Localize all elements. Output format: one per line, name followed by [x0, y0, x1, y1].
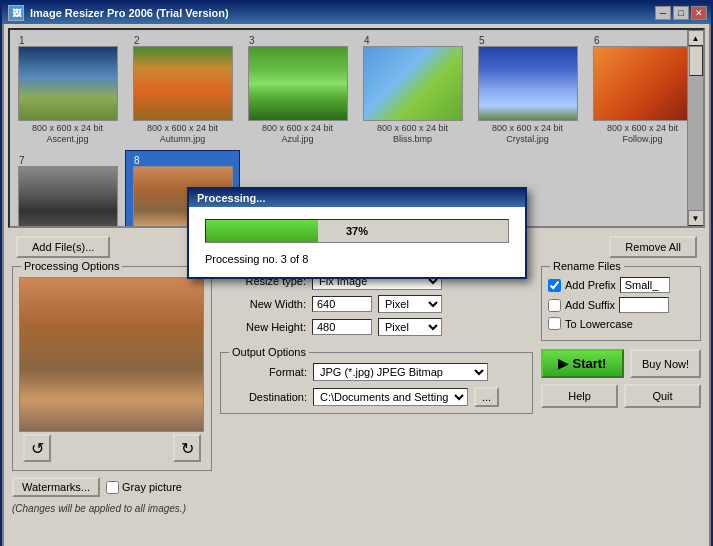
new-height-label: New Height: [226, 321, 306, 333]
new-width-input[interactable] [312, 296, 372, 312]
progress-percentage: 37% [346, 225, 368, 237]
thumb-image [478, 46, 578, 121]
thumbnail-item[interactable]: 7 800 x 600 x 24 bit Friend.jpg [10, 150, 125, 226]
add-prefix-row: Add Prefix [548, 277, 694, 293]
rotate-left-button[interactable]: ↺ [23, 434, 51, 462]
format-row: Format: JPG (*.jpg) JPEG Bitmap PNG (*.p… [227, 363, 526, 381]
close-button[interactable]: ✕ [691, 6, 707, 20]
gray-picture-label[interactable]: Gray picture [106, 481, 182, 494]
progress-bar-container: 37% [205, 219, 509, 243]
thumb-number: 5 [479, 35, 485, 46]
remove-all-button[interactable]: Remove All [609, 236, 697, 258]
destination-select[interactable]: C:\Documents and Setting [313, 388, 468, 406]
thumb-name: Azul.jpg [245, 133, 350, 145]
add-suffix-row: Add Suffix [548, 297, 694, 313]
vertical-scrollbar[interactable]: ▲ ▼ [687, 30, 703, 226]
add-files-button[interactable]: Add File(s)... [16, 236, 110, 258]
thumb-info: 800 x 600 x 24 bit [147, 123, 218, 133]
options-area: Processing Options ↺ ↻ Watermarks... Gra… [4, 262, 709, 546]
thumb-number: 1 [19, 35, 25, 46]
thumb-number: 8 [134, 155, 140, 166]
thumb-info: 800 x 600 x 24 bit [377, 123, 448, 133]
thumb-image [18, 46, 118, 121]
thumbnail-item[interactable]: 3 800 x 600 x 24 bit Azul.jpg [240, 30, 355, 150]
thumbnail-item[interactable]: 6 800 x 600 x 24 bit Follow.jpg [585, 30, 687, 150]
thumb-info: 800 x 600 x 24 bit [262, 123, 333, 133]
thumb-info: 800 x 600 x 24 bit [32, 123, 103, 133]
add-prefix-label: Add Prefix [565, 279, 616, 291]
thumb-image [593, 46, 688, 121]
scroll-up-button[interactable]: ▲ [688, 30, 704, 46]
rename-files-group: Rename Files Add Prefix Add Suffix To Lo… [541, 266, 701, 341]
new-height-input[interactable] [312, 319, 372, 335]
gray-picture-checkbox[interactable] [106, 481, 119, 494]
thumb-number: 6 [594, 35, 600, 46]
output-options-label: Output Options [229, 346, 309, 358]
thumb-image [248, 46, 348, 121]
width-unit-select[interactable]: Pixel Percent Inches [378, 295, 442, 313]
watermarks-button[interactable]: Watermarks... [12, 477, 100, 497]
thumb-name: Autumn.jpg [130, 133, 235, 145]
height-unit-select[interactable]: Pixel Percent Inches [378, 318, 442, 336]
thumbnail-item[interactable]: 2 800 x 600 x 24 bit Autumn.jpg [125, 30, 240, 150]
thumbnail-item[interactable]: 1 800 x 600 x 24 bit Ascent.jpg [10, 30, 125, 150]
main-window: 🖼 Image Resizer Pro 2006 (Trial Version)… [0, 0, 713, 546]
format-label: Format: [227, 366, 307, 378]
new-height-row: New Height: Pixel Percent Inches [226, 318, 527, 336]
thumb-number: 2 [134, 35, 140, 46]
thumb-name: Follow.jpg [590, 133, 687, 145]
quit-button[interactable]: Quit [624, 384, 701, 408]
left-panel: Processing Options ↺ ↻ Watermarks... Gra… [12, 266, 212, 542]
preview-controls: ↺ ↻ [19, 432, 205, 464]
start-icon: ▶ [558, 356, 568, 371]
lowercase-checkbox[interactable] [548, 317, 561, 330]
help-quit-row: Help Quit [541, 384, 701, 408]
action-buttons: ▶ Start! Buy Now! Help Quit [541, 349, 701, 408]
add-suffix-checkbox[interactable] [548, 299, 561, 312]
destination-row: Destination: C:\Documents and Setting ..… [227, 387, 526, 407]
lowercase-row: To Lowercase [548, 317, 694, 330]
thumb-name: Crystal.jpg [475, 133, 580, 145]
help-button[interactable]: Help [541, 384, 618, 408]
lowercase-label: To Lowercase [565, 318, 633, 330]
add-prefix-checkbox[interactable] [548, 279, 561, 292]
thumb-name: Bliss.bmp [360, 133, 465, 145]
scroll-down-button[interactable]: ▼ [688, 210, 704, 226]
processing-options-label: Processing Options [21, 260, 122, 272]
gray-picture-text: Gray picture [122, 481, 182, 493]
thumb-number: 4 [364, 35, 370, 46]
main-content: 1 800 x 600 x 24 bit Ascent.jpg 2 800 x … [2, 24, 711, 546]
rotate-right-button[interactable]: ↻ [173, 434, 201, 462]
buy-button[interactable]: Buy Now! [630, 349, 701, 378]
thumb-info: 800 x 600 x 24 bit [492, 123, 563, 133]
bottom-controls: Watermarks... Gray picture [12, 477, 212, 497]
dialog-title-bar: Processing... [189, 189, 525, 207]
scroll-thumb[interactable] [689, 46, 703, 76]
rename-files-label: Rename Files [550, 260, 624, 272]
thumbnail-item[interactable]: 5 800 x 600 x 24 bit Crystal.jpg [470, 30, 585, 150]
title-bar-left: 🖼 Image Resizer Pro 2006 (Trial Version) [8, 5, 229, 21]
add-suffix-input[interactable] [619, 297, 669, 313]
minimize-button[interactable]: ─ [655, 6, 671, 20]
thumbnail-item[interactable]: 4 800 x 600 x 24 bit Bliss.bmp [355, 30, 470, 150]
thumb-info: 800 x 600 x 24 bit [607, 123, 678, 133]
changes-note: (Changes will be applied to all images.) [12, 503, 212, 514]
thumb-image [133, 46, 233, 121]
scroll-track[interactable] [688, 46, 703, 210]
app-icon: 🖼 [8, 5, 24, 21]
start-button[interactable]: ▶ Start! [541, 349, 624, 378]
dialog-title: Processing... [197, 192, 265, 204]
processing-dialog: Processing... 37% Processing no. 3 of 8 [187, 187, 527, 279]
thumb-image [18, 166, 118, 226]
browse-button[interactable]: ... [474, 387, 499, 407]
maximize-button[interactable]: □ [673, 6, 689, 20]
title-buttons: ─ □ ✕ [655, 6, 707, 20]
dialog-body: 37% Processing no. 3 of 8 [189, 207, 525, 277]
format-select[interactable]: JPG (*.jpg) JPEG Bitmap PNG (*.png) BMP … [313, 363, 488, 381]
processing-options-group: Processing Options ↺ ↻ [12, 266, 212, 471]
thumb-image [363, 46, 463, 121]
new-width-row: New Width: Pixel Percent Inches [226, 295, 527, 313]
thumb-number: 7 [19, 155, 25, 166]
progress-bar-fill [206, 220, 318, 242]
add-prefix-input[interactable] [620, 277, 670, 293]
